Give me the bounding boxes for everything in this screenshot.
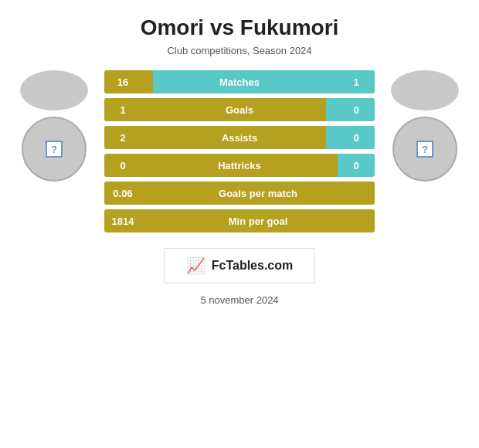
stat-row-assists: 2Assists0 [104,126,375,149]
stat-row-goals-per-match: 0.06Goals per match [104,182,375,205]
fctables-logo: 📈 FcTables.com [164,248,316,283]
page-title: Omori vs Fukumori [141,15,339,40]
stat-left-value-goals: 1 [104,98,141,121]
stat-left-value-goals-per-match: 0.06 [104,182,141,205]
stats-rows: 16Matches11Goals02Assists00Hattricks00.0… [104,70,375,232]
stat-row-hattricks: 0Hattricks0 [104,154,375,177]
stat-row-matches: 16Matches1 [104,70,375,93]
stat-row-goals: 1Goals0 [104,98,375,121]
left-avatar-oval [20,70,88,110]
stat-row-min-per-goal: 1814Min per goal [104,209,375,232]
stat-left-value-assists: 2 [104,126,141,149]
stat-label-hattricks: Hattricks [141,160,338,171]
fctables-chart-icon: 📈 [186,256,206,275]
stat-bar-goals: Goals [141,98,338,121]
stat-bar-goals-per-match: Goals per match [141,182,375,205]
right-player-avatar: ? [386,70,464,182]
right-avatar-oval [391,70,459,110]
stat-bar-min-per-goal: Min per goal [141,209,375,232]
stat-bar-assists: Assists [141,126,338,149]
fctables-text: FcTables.com [212,259,294,273]
left-avatar-circle: ? [22,117,87,182]
stats-center: 16Matches11Goals02Assists00Hattricks00.0… [93,70,386,232]
right-avatar-question-icon: ? [416,141,433,158]
stat-right-value-matches: 1 [338,70,375,93]
left-player-avatar: ? [15,70,93,182]
stat-label-min-per-goal: Min per goal [141,216,375,227]
stat-right-value-hattricks: 0 [338,154,375,177]
stat-label-goals-per-match: Goals per match [141,188,375,199]
page-wrapper: Omori vs Fukumori Club competitions, Sea… [0,0,479,448]
stat-label-assists: Assists [141,132,338,144]
stat-left-value-matches: 16 [104,70,141,93]
subtitle: Club competitions, Season 2024 [167,45,311,56]
stat-label-goals: Goals [141,104,338,116]
stat-left-value-min-per-goal: 1814 [104,209,141,232]
right-avatar-circle: ? [392,117,457,182]
stat-bar-hattricks: Hattricks [141,154,338,177]
stat-label-matches: Matches [141,76,338,88]
stat-right-value-goals: 0 [338,98,375,121]
avatars-row: ? 16Matches11Goals02Assists00Hattricks00… [0,70,479,232]
stat-right-value-assists: 0 [338,126,375,149]
stat-left-value-hattricks: 0 [104,154,141,177]
left-avatar-question-icon: ? [46,141,63,158]
date-footer: 5 november 2024 [200,294,278,306]
stat-bar-matches: Matches [141,70,338,93]
